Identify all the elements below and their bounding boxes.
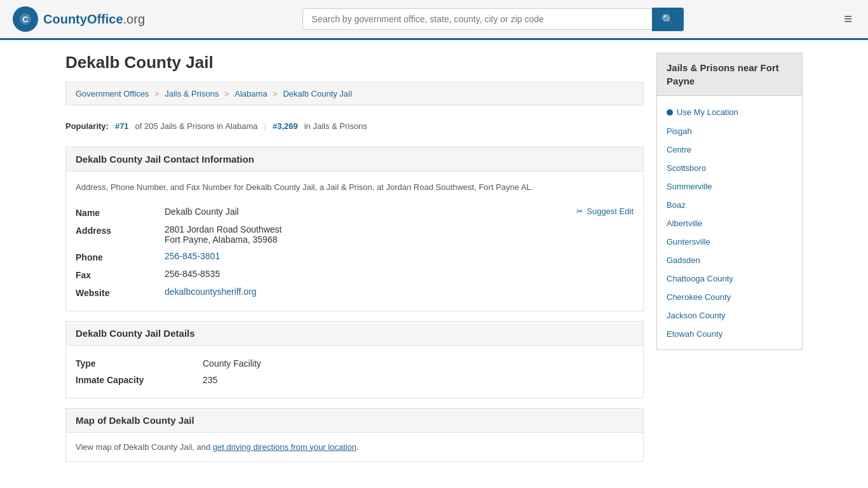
logo-area: C CountyOffice.org [13, 6, 145, 32]
breadcrumb-alabama[interactable]: Alabama [234, 89, 267, 98]
sidebar-item-gadsden[interactable]: Gadsden [657, 251, 802, 269]
map-section-header: Map of Dekalb County Jail [65, 408, 644, 433]
sidebar-list: Use My Location Pisgah Centre Scottsboro… [656, 96, 803, 350]
search-icon: 🔍 [661, 14, 674, 25]
sidebar-item-cherokee-county[interactable]: Cherokee County [657, 288, 802, 306]
breadcrumb-gov-offices[interactable]: Government Offices [76, 89, 149, 98]
phone-link[interactable]: 256-845-3801 [165, 251, 220, 261]
breadcrumb-jails[interactable]: Jails & Prisons [165, 89, 219, 98]
contact-section-header: Dekalb County Jail Contact Information [65, 147, 644, 172]
capacity-row: Inmate Capacity 235 [76, 372, 634, 388]
address-line2: Fort Payne, Alabama, 35968 [165, 234, 634, 245]
location-dot-icon [667, 109, 673, 116]
use-my-location[interactable]: Use My Location [657, 102, 802, 122]
website-link[interactable]: dekalbcountysheriff.org [165, 287, 257, 297]
sidebar-item-chattooga-county[interactable]: Chattooga County [657, 269, 802, 288]
sidebar-item-summerville[interactable]: Summerville [657, 177, 802, 196]
map-description: View map of Dekalb County Jail, and get … [76, 442, 634, 452]
page-title: Dekalb County Jail [65, 53, 644, 72]
address-line1: 2801 Jordan Road Southwest [165, 224, 634, 234]
sidebar: Jails & Prisons near Fort Payne Use My L… [656, 53, 803, 462]
content-area: Dekalb County Jail Government Offices > … [65, 53, 644, 462]
sidebar-item-albertville[interactable]: Albertville [657, 214, 802, 233]
details-section-header: Dekalb County Jail Details [65, 321, 644, 346]
phone-row: Phone 256-845-3801 [76, 248, 634, 266]
sidebar-item-boaz[interactable]: Boaz [657, 196, 802, 214]
breadcrumb-sep-1: > [154, 89, 161, 98]
website-row: Website dekalbcountysheriff.org [76, 283, 634, 301]
type-row: Type County Facility [76, 355, 634, 372]
logo-icon: C [13, 6, 38, 32]
map-section: View map of Dekalb County Jail, and get … [65, 433, 644, 462]
search-area: 🔍 [302, 8, 684, 31]
name-row: Name Dekalb County Jail ✂ Suggest Edit [76, 203, 634, 221]
breadcrumb-sep-2: > [224, 89, 231, 98]
breadcrumb-sep-3: > [273, 89, 280, 98]
address-row: Address 2801 Jordan Road Southwest Fort … [76, 221, 634, 248]
sidebar-item-jackson-county[interactable]: Jackson County [657, 306, 802, 325]
sidebar-item-pisgah[interactable]: Pisgah [657, 122, 802, 140]
svg-text:C: C [22, 15, 29, 24]
logo-text: CountyOffice.org [43, 12, 145, 27]
header: C CountyOffice.org 🔍 ≡ [0, 0, 868, 40]
search-button[interactable]: 🔍 [652, 8, 684, 31]
breadcrumb: Government Offices > Jails & Prisons > A… [65, 82, 644, 105]
edit-icon: ✂ [576, 207, 583, 216]
contact-description: Address, Phone Number, and Fax Number fo… [76, 181, 634, 194]
sidebar-header: Jails & Prisons near Fort Payne [656, 53, 803, 96]
menu-icon[interactable]: ≡ [841, 8, 855, 30]
sidebar-item-guntersville[interactable]: Guntersville [657, 233, 802, 251]
fax-row: Fax 256-845-8535 [76, 266, 634, 283]
sidebar-item-etowah-county[interactable]: Etowah County [657, 325, 802, 343]
suggest-edit-link[interactable]: ✂ Suggest Edit [576, 207, 634, 216]
contact-section: Address, Phone Number, and Fax Number fo… [65, 172, 644, 311]
details-section: Type County Facility Inmate Capacity 235 [65, 346, 644, 398]
breadcrumb-current[interactable]: Dekalb County Jail [283, 89, 351, 98]
map-directions-link[interactable]: get driving directions from your locatio… [213, 442, 356, 452]
sidebar-item-scottsboro[interactable]: Scottsboro [657, 159, 802, 177]
search-input[interactable] [302, 8, 652, 30]
main-container: Dekalb County Jail Government Offices > … [53, 40, 815, 475]
popularity-bar: Popularity: #71 of 205 Jails & Prisons i… [65, 115, 644, 137]
sidebar-item-centre[interactable]: Centre [657, 140, 802, 159]
